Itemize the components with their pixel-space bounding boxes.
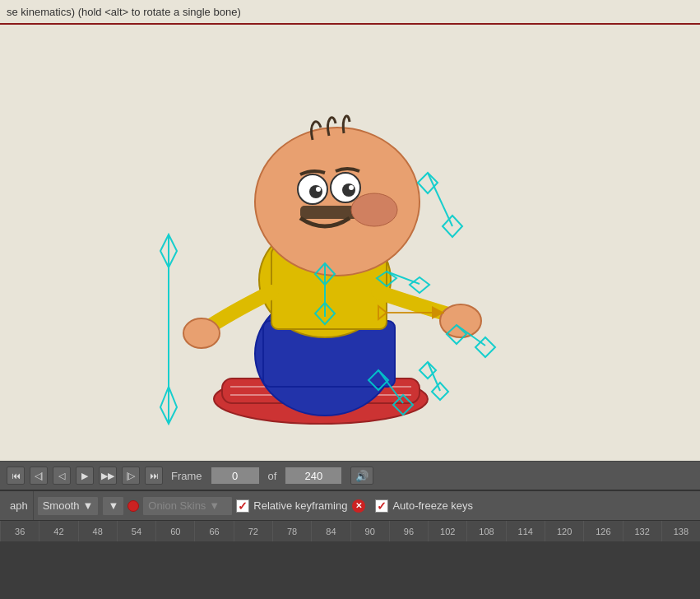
relative-keyframing-indicator: ✕ — [352, 499, 365, 513]
svg-point-13 — [316, 187, 321, 192]
ruler-number: 42 — [39, 521, 77, 541]
checkmark-icon: ✓ — [238, 500, 248, 512]
ruler-number: 120 — [545, 521, 583, 541]
svg-rect-15 — [300, 206, 358, 219]
ruler-number: 72 — [234, 521, 272, 541]
play-button[interactable]: ▶ — [76, 467, 94, 485]
x-icon: ✕ — [355, 501, 362, 510]
smooth-section: Smooth ▼ ▼ — [37, 496, 125, 516]
ruler-number: 84 — [311, 521, 350, 541]
ruler-number: 78 — [272, 521, 311, 541]
onion-dropdown-arrow: ▼ — [209, 499, 220, 512]
ruler-number: 126 — [583, 521, 622, 541]
go-to-end-button[interactable]: ⏭ — [145, 467, 163, 485]
relative-keyframing-label: Relative keyframing — [253, 499, 347, 512]
fast-forward-button[interactable]: ▶▶ — [99, 467, 117, 485]
status-bar: se kinematics) (hold <alt> to rotate a s… — [0, 0, 700, 25]
speaker-button[interactable]: 🔊 — [350, 467, 373, 485]
relative-keyframing-area: ✓ Relative keyframing — [236, 499, 347, 513]
ruler-number: 66 — [194, 521, 233, 541]
smooth-dropdown[interactable]: Smooth ▼ — [37, 496, 100, 516]
status-text: se kinematics) (hold <alt> to rotate a s… — [7, 6, 241, 18]
relative-keyframing-checkbox[interactable]: ✓ — [236, 499, 249, 513]
ruler-number: 138 — [661, 521, 700, 541]
smooth-extra-dropdown[interactable]: ▼ — [102, 496, 124, 516]
svg-marker-36 — [432, 383, 448, 400]
ruler-number: 36 — [0, 521, 39, 541]
go-to-start-button[interactable]: ⏮ — [7, 467, 25, 485]
svg-marker-42 — [410, 277, 429, 293]
checkmark2-icon: ✓ — [377, 500, 387, 512]
svg-point-8 — [255, 128, 420, 276]
smooth-label: Smooth — [43, 499, 80, 512]
character-container — [148, 74, 526, 428]
ruler-number: 90 — [350, 521, 389, 541]
onion-skins-dropdown[interactable]: Onion Skins ▼ — [142, 496, 233, 516]
auto-freeze-label: Auto-freeze keys — [392, 499, 473, 512]
graph-label: aph — [5, 491, 34, 520]
svg-point-18 — [440, 304, 481, 337]
frame-input[interactable] — [211, 467, 260, 485]
svg-marker-23 — [418, 173, 438, 193]
svg-line-22 — [428, 173, 452, 226]
svg-point-16 — [351, 193, 397, 226]
smooth-dropdown-arrow: ▼ — [83, 499, 94, 512]
ruler-number: 102 — [428, 521, 466, 541]
step-back-button[interactable]: ◁ — [53, 467, 71, 485]
ruler-numbers: 3642485460667278849096102108114120126132… — [0, 521, 700, 541]
of-label: of — [268, 470, 277, 482]
ruler-number: 132 — [623, 521, 661, 541]
auto-freeze-checkbox[interactable]: ✓ — [375, 499, 388, 513]
ruler-number: 114 — [506, 521, 545, 541]
svg-point-14 — [349, 185, 354, 190]
canvas-area — [0, 25, 700, 461]
svg-point-17 — [183, 318, 220, 348]
onion-skins-label: Onion Skins — [148, 499, 206, 512]
onion-skins-section: Onion Skins ▼ — [142, 496, 233, 516]
ruler-number: 108 — [466, 521, 505, 541]
total-frames-input[interactable] — [285, 467, 342, 485]
svg-point-11 — [309, 185, 322, 198]
frame-label: Frame — [171, 470, 202, 482]
ruler-number: 54 — [117, 521, 155, 541]
timeline-ruler: 3642485460667278849096102108114120126132… — [0, 520, 700, 541]
bottom-toolbar: aph Smooth ▼ ▼ Onion Skins ▼ ✓ Relative … — [0, 490, 700, 520]
prev-keyframe-button[interactable]: ◁| — [30, 467, 48, 485]
auto-freeze-area: ✓ Auto-freeze keys — [375, 499, 473, 513]
next-keyframe-button[interactable]: |▷ — [122, 467, 140, 485]
ruler-number: 96 — [389, 521, 428, 541]
svg-point-12 — [342, 183, 355, 197]
ruler-number: 60 — [155, 521, 194, 541]
controls-bar: ⏮ ◁| ◁ ▶ ▶▶ |▷ ⏭ Frame of 🔊 — [0, 461, 700, 490]
chevron-down-icon: ▼ — [108, 499, 118, 512]
ruler-number: 48 — [78, 521, 117, 541]
record-button[interactable] — [127, 500, 139, 512]
